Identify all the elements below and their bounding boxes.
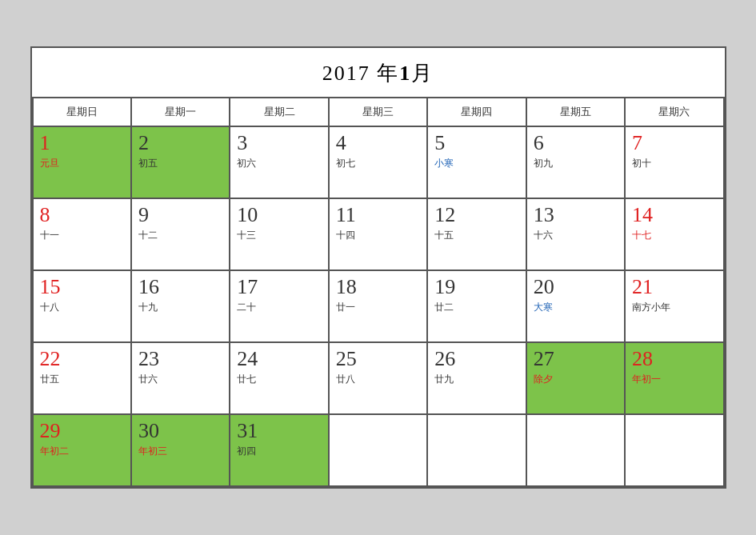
day-lunar-29: 年初二	[40, 445, 124, 458]
day-cell-7: 7初十	[626, 127, 724, 199]
day-lunar-26: 廿九	[434, 373, 518, 386]
day-num-25: 25	[336, 348, 420, 371]
day-lunar-13: 十六	[534, 229, 618, 242]
day-cell-17: 17二十	[230, 271, 329, 343]
day-cell-9: 9十二	[132, 199, 230, 271]
day-num-5: 5	[434, 132, 518, 155]
day-lunar-14: 十七	[632, 229, 716, 242]
day-num-24: 24	[237, 348, 321, 371]
day-lunar-11: 十四	[336, 229, 420, 242]
day-num-10: 10	[237, 204, 321, 227]
day-lunar-25: 廿八	[336, 373, 420, 386]
day-cell-13: 13十六	[527, 199, 626, 271]
day-lunar-28: 年初一	[632, 373, 716, 386]
day-cell-16: 16十九	[132, 271, 230, 343]
day-num-31: 31	[237, 420, 321, 443]
day-cell-12: 12十五	[428, 199, 526, 271]
header-cell-3: 星期三	[330, 98, 428, 127]
day-cell-30: 30年初三	[132, 415, 230, 487]
header-cell-4: 星期四	[428, 98, 526, 127]
day-cell-24: 24廿七	[230, 343, 329, 415]
day-num-29: 29	[40, 420, 124, 443]
day-num-19: 19	[434, 276, 518, 299]
day-cell-1: 1元旦	[34, 127, 132, 199]
day-cell-19: 19廿二	[428, 271, 526, 343]
day-cell-14: 14十七	[626, 199, 724, 271]
day-num-30: 30	[138, 420, 222, 443]
day-lunar-8: 十一	[40, 229, 124, 242]
day-cell-15: 15十八	[34, 271, 132, 343]
day-lunar-23: 廿六	[138, 373, 222, 386]
day-cell-28: 28年初一	[626, 343, 724, 415]
day-cell-22: 22廿五	[34, 343, 132, 415]
day-cell-29: 29年初二	[34, 415, 132, 487]
day-lunar-12: 十五	[434, 229, 518, 242]
day-lunar-19: 廿二	[434, 301, 518, 314]
day-cell-31: 31初四	[230, 415, 329, 487]
day-cell-11: 11十四	[330, 199, 428, 271]
day-cell-6: 6初九	[527, 127, 626, 199]
header-cell-1: 星期一	[132, 98, 230, 127]
day-lunar-4: 初七	[336, 157, 420, 170]
calendar: 2017 年1月 星期日星期一星期二星期三星期四星期五星期六1元旦2初五3初六4…	[30, 46, 726, 489]
day-num-21: 21	[632, 276, 716, 299]
day-lunar-30: 年初三	[138, 445, 222, 458]
calendar-year: 2017 年	[322, 62, 400, 85]
calendar-month-suffix: 月	[411, 62, 434, 85]
day-num-22: 22	[40, 348, 124, 371]
day-lunar-10: 十三	[237, 229, 321, 242]
day-cell-23: 23廿六	[132, 343, 230, 415]
day-num-13: 13	[534, 204, 618, 227]
day-lunar-22: 廿五	[40, 373, 124, 386]
day-cell-18: 18廿一	[330, 271, 428, 343]
day-num-6: 6	[534, 132, 618, 155]
day-lunar-6: 初九	[534, 157, 618, 170]
day-cell-2: 2初五	[132, 127, 230, 199]
day-cell-5: 5小寒	[428, 127, 526, 199]
day-cell-10: 10十三	[230, 199, 329, 271]
day-lunar-2: 初五	[138, 157, 222, 170]
day-cell-27: 27除夕	[527, 343, 626, 415]
empty-cell-3	[626, 415, 724, 487]
calendar-month: 1	[399, 62, 411, 85]
day-lunar-18: 廿一	[336, 301, 420, 314]
calendar-title: 2017 年1月	[32, 48, 725, 98]
day-num-16: 16	[138, 276, 222, 299]
day-num-3: 3	[237, 132, 321, 155]
day-num-20: 20	[534, 276, 618, 299]
day-cell-3: 3初六	[230, 127, 329, 199]
day-lunar-1: 元旦	[40, 157, 124, 170]
day-lunar-3: 初六	[237, 157, 321, 170]
day-lunar-21: 南方小年	[632, 301, 716, 314]
day-lunar-24: 廿七	[237, 373, 321, 386]
day-lunar-27: 除夕	[534, 373, 618, 386]
day-lunar-5: 小寒	[434, 157, 518, 170]
day-num-7: 7	[632, 132, 716, 155]
day-lunar-16: 十九	[138, 301, 222, 314]
day-num-18: 18	[336, 276, 420, 299]
day-num-15: 15	[40, 276, 124, 299]
day-num-11: 11	[336, 204, 420, 227]
header-cell-6: 星期六	[626, 98, 724, 127]
day-lunar-20: 大寒	[534, 301, 618, 314]
day-cell-26: 26廿九	[428, 343, 526, 415]
day-num-12: 12	[434, 204, 518, 227]
empty-cell-1	[428, 415, 526, 487]
day-num-8: 8	[40, 204, 124, 227]
day-cell-25: 25廿八	[330, 343, 428, 415]
day-num-17: 17	[237, 276, 321, 299]
day-num-2: 2	[138, 132, 222, 155]
day-num-9: 9	[138, 204, 222, 227]
header-cell-5: 星期五	[527, 98, 626, 127]
day-cell-21: 21南方小年	[626, 271, 724, 343]
empty-cell-0	[330, 415, 428, 487]
day-lunar-17: 二十	[237, 301, 321, 314]
header-cell-2: 星期二	[230, 98, 329, 127]
day-cell-4: 4初七	[330, 127, 428, 199]
day-lunar-7: 初十	[632, 157, 716, 170]
day-num-26: 26	[434, 348, 518, 371]
empty-cell-2	[527, 415, 626, 487]
day-cell-20: 20大寒	[527, 271, 626, 343]
day-lunar-15: 十八	[40, 301, 124, 314]
header-cell-0: 星期日	[34, 98, 132, 127]
